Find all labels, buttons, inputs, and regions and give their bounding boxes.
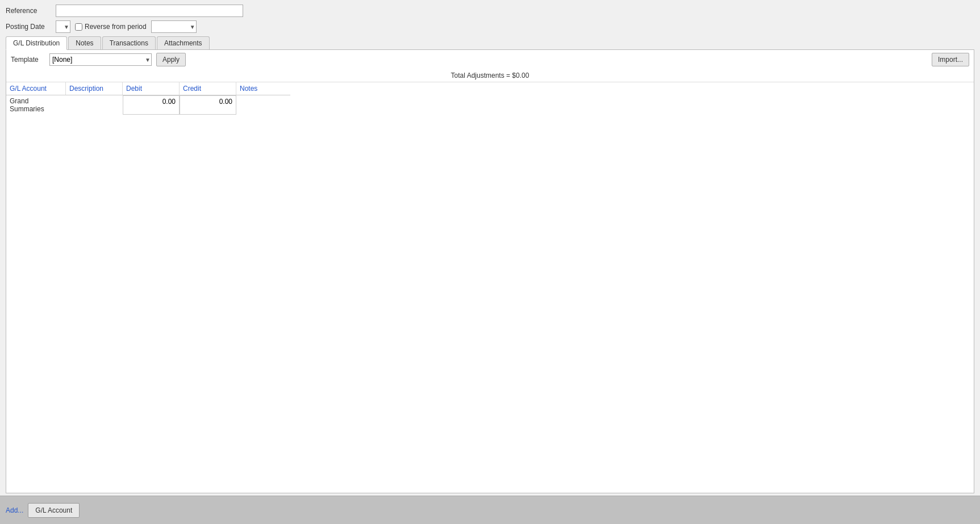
grand-debit-cell: 0.00 <box>123 95 180 115</box>
posting-date-select[interactable] <box>56 20 70 33</box>
reverse-period-select[interactable] <box>151 20 197 33</box>
template-select[interactable]: [None] <box>49 53 152 66</box>
grand-credit-cell: 0.00 <box>180 95 236 115</box>
add-link[interactable]: Add... <box>6 506 23 514</box>
bottom-bar: Add... G/L Account <box>0 496 980 524</box>
template-select-wrapper: [None] ▼ <box>49 53 152 66</box>
gl-account-button[interactable]: G/L Account <box>28 503 80 518</box>
reference-label: Reference <box>6 7 51 15</box>
posting-date-wrapper: ▼ <box>56 20 70 33</box>
grand-summaries-row: Grand Summaries 0.00 0.00 <box>6 95 290 115</box>
reverse-period-wrapper: ▼ <box>151 20 197 33</box>
grand-notes-cell <box>236 95 290 115</box>
col-header-credit: Credit <box>180 82 236 95</box>
apply-button[interactable]: Apply <box>156 53 186 66</box>
template-row: Template [None] ▼ Apply Import... <box>6 50 974 69</box>
tab-gl-distribution[interactable]: G/L Distribution <box>6 36 67 50</box>
col-header-debit: Debit <box>123 82 180 95</box>
col-header-gl-account: G/L Account <box>6 82 66 95</box>
col-header-notes: Notes <box>236 82 290 95</box>
content-area: Total Adjustments = $0.00 G/L Account De… <box>6 69 974 493</box>
tab-notes[interactable]: Notes <box>68 36 101 49</box>
grand-summaries-label: Grand Summaries <box>6 95 66 115</box>
grand-description-cell <box>66 95 123 115</box>
tabs-bar: G/L Distribution Notes Transactions Atta… <box>6 36 974 50</box>
grid-table: G/L Account Description Debit Credit Not… <box>6 82 290 115</box>
reverse-from-period-label: Reverse from period <box>75 23 147 31</box>
posting-date-label: Posting Date <box>6 23 51 31</box>
template-label: Template <box>11 56 45 64</box>
total-adjustments-bar: Total Adjustments = $0.00 <box>6 69 974 82</box>
reverse-from-period-checkbox[interactable] <box>75 23 82 31</box>
reference-input[interactable] <box>56 5 243 17</box>
col-header-description: Description <box>66 82 123 95</box>
import-button[interactable]: Import... <box>932 53 969 66</box>
tab-transactions[interactable]: Transactions <box>102 36 156 49</box>
tab-attachments[interactable]: Attachments <box>157 36 210 49</box>
total-adjustments-text: Total Adjustments = $0.00 <box>451 72 529 79</box>
grid-header-row: G/L Account Description Debit Credit Not… <box>6 82 290 95</box>
